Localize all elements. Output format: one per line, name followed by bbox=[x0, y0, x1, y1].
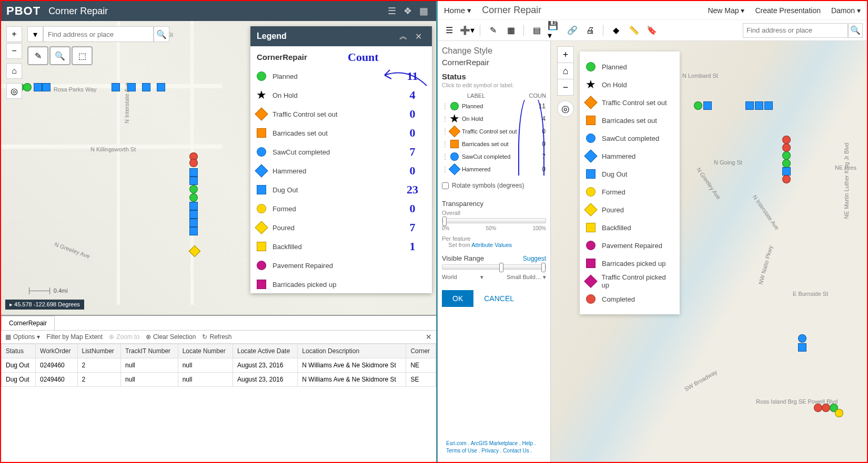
style-row[interactable]: ⋮ Traffic Control set out 0 bbox=[442, 125, 546, 138]
style-row[interactable]: ⋮ ★ On Hold 4 bbox=[442, 112, 546, 125]
zoom-in-button[interactable]: + bbox=[557, 46, 574, 63]
select-tool[interactable]: ⬚ bbox=[72, 46, 93, 65]
bookmarks-icon[interactable]: 🔖 bbox=[644, 23, 659, 38]
legend-item: Pavement Repaired bbox=[586, 236, 673, 254]
add-icon[interactable]: ➕▾ bbox=[460, 23, 475, 38]
attribute-table: CornerRepair ▦ Options ▾ Filter by Map E… bbox=[1, 315, 436, 462]
legend-item: Formed bbox=[586, 183, 673, 201]
print-icon[interactable]: 🖨 bbox=[583, 23, 598, 38]
table-row[interactable]: Dug Out02494602nullnullAugust 23, 2016N … bbox=[2, 373, 436, 387]
legend-item: Pavement Repaired bbox=[257, 256, 426, 275]
locate-button[interactable]: ◎ bbox=[6, 83, 22, 99]
legend-item: Barricades set out bbox=[586, 111, 673, 129]
column-header[interactable]: Corner bbox=[406, 344, 436, 358]
share-icon[interactable]: 🔗 bbox=[565, 23, 580, 38]
column-header[interactable]: ListNumber bbox=[77, 344, 121, 358]
table-row[interactable]: Dug Out02494602nullnullAugust 23, 2016N … bbox=[2, 358, 436, 373]
analysis-icon[interactable]: ▤ bbox=[529, 23, 544, 38]
filter-extent-button[interactable]: Filter by Map Extent bbox=[46, 333, 103, 341]
style-symbol-list[interactable]: ⋮ Planned 11 ⋮ ★ On Hold 4 ⋮ Traffic Con… bbox=[442, 100, 546, 176]
column-header[interactable]: Locate Active Date bbox=[233, 344, 298, 358]
directions-icon[interactable]: ◆ bbox=[609, 23, 623, 38]
edit-tool[interactable]: ✎ bbox=[27, 46, 48, 65]
suggest-link[interactable]: Suggest bbox=[523, 255, 546, 262]
drag-handle-icon[interactable]: ⋮ bbox=[442, 128, 447, 135]
transparency-slider[interactable] bbox=[442, 218, 546, 223]
drag-handle-icon[interactable]: ⋮ bbox=[442, 102, 447, 110]
search-button[interactable]: 🔍 bbox=[848, 23, 863, 38]
zoom-to-button[interactable]: ⊕ Zoom to bbox=[109, 333, 139, 341]
legend-item: Poured 7 bbox=[257, 218, 426, 237]
pbot-viewer: PBOT Corner Repair ☰ ❖ ▦ Rosa Parks Way … bbox=[1, 1, 438, 462]
close-icon[interactable]: ✕ bbox=[411, 29, 426, 44]
column-header[interactable]: Status bbox=[2, 344, 36, 358]
column-header[interactable]: TrackIT Number bbox=[121, 344, 178, 358]
legend-label: Pavement Repaired bbox=[272, 262, 333, 270]
search-button[interactable]: 🔍 bbox=[154, 26, 169, 42]
legend-label: Traffic Control set out bbox=[272, 110, 338, 118]
home-button[interactable]: ⌂ bbox=[557, 63, 574, 79]
zoom-out-button[interactable]: − bbox=[6, 43, 22, 59]
save-icon[interactable]: 💾▾ bbox=[547, 23, 562, 38]
zoom-out-button[interactable]: − bbox=[557, 79, 574, 96]
style-row[interactable]: ⋮ Planned 11 bbox=[442, 100, 546, 112]
drag-handle-icon[interactable]: ⋮ bbox=[442, 115, 447, 122]
style-row[interactable]: ⋮ Hammered 0 bbox=[442, 163, 546, 176]
cancel-button[interactable]: CANCEL bbox=[484, 294, 514, 303]
legend-item: Backfilled 1 bbox=[257, 237, 426, 256]
legend-item: Traffic Control picked up bbox=[586, 272, 673, 290]
footer-links[interactable]: Esri.com . ArcGIS Marketplace . Help . T… bbox=[442, 438, 546, 457]
style-row[interactable]: ⋮ SawCut completed 7 bbox=[442, 150, 546, 163]
column-header[interactable]: Locate Number bbox=[178, 344, 233, 358]
transparency-label: Transparency bbox=[442, 200, 546, 208]
style-attribute: Status bbox=[442, 72, 546, 81]
search-input[interactable] bbox=[743, 23, 848, 38]
refresh-button[interactable]: ↻ Refresh bbox=[202, 333, 231, 341]
panel-title: Change Style bbox=[442, 46, 546, 56]
options-menu[interactable]: ▦ Options ▾ bbox=[5, 333, 40, 341]
attribute-values-link[interactable]: Attribute Values bbox=[471, 242, 512, 248]
zoom-in-button[interactable]: + bbox=[6, 26, 22, 42]
legend-item: Dug Out bbox=[586, 165, 673, 183]
legend-icon[interactable]: ☰ bbox=[385, 4, 399, 18]
basemap-icon[interactable]: ▦ bbox=[416, 4, 431, 18]
legend-item: Barricades set out 0 bbox=[257, 124, 426, 142]
legend-label: Backfilled bbox=[272, 243, 302, 251]
visible-range-slider[interactable] bbox=[442, 264, 546, 270]
details-icon[interactable]: ☰ bbox=[442, 23, 457, 38]
coords-display: ▸ 45.578 -122.698 Degrees bbox=[5, 300, 84, 310]
home-button[interactable]: ⌂ bbox=[6, 63, 22, 79]
search-input[interactable] bbox=[43, 26, 154, 42]
layers-icon[interactable]: ❖ bbox=[400, 4, 415, 18]
collapse-icon[interactable]: ︽ bbox=[396, 29, 411, 44]
new-map-menu[interactable]: New Map ▾ bbox=[708, 6, 744, 15]
create-presentation-link[interactable]: Create Presentation bbox=[755, 6, 821, 15]
data-grid[interactable]: StatusWorkOrderListNumberTrackIT NumberL… bbox=[1, 344, 436, 387]
scale-bar: ├────┤ 0.4mi bbox=[27, 287, 68, 294]
column-header[interactable]: Location Description bbox=[298, 344, 406, 358]
user-menu[interactable]: Damon ▾ bbox=[831, 6, 861, 15]
close-icon[interactable]: ✕ bbox=[426, 333, 432, 341]
legend-item: Traffic Control set out bbox=[586, 94, 673, 111]
column-header[interactable]: WorkOrder bbox=[36, 344, 78, 358]
style-row[interactable]: ⋮ Barricades set out 0 bbox=[442, 138, 546, 150]
attr-tab[interactable]: CornerRepair bbox=[1, 316, 55, 330]
drag-handle-icon[interactable]: ⋮ bbox=[442, 153, 447, 160]
map-view-left[interactable]: Rosa Parks Way N Killingsworth St N Inte… bbox=[1, 21, 436, 315]
legend-item: Dug Out 23 bbox=[257, 180, 426, 199]
rotate-symbols-checkbox[interactable]: Rotate symbols (degrees) bbox=[442, 182, 546, 189]
clear-selection-button[interactable]: ⊗ Clear Selection bbox=[146, 333, 196, 341]
locate-button[interactable]: ◎ bbox=[557, 100, 574, 117]
search-source-dropdown[interactable]: ▾ bbox=[27, 26, 43, 42]
drag-handle-icon[interactable]: ⋮ bbox=[442, 166, 447, 173]
map-view-right[interactable]: N Lombard St N Willamette Blvd N Going S… bbox=[551, 41, 867, 462]
ok-button[interactable]: OK bbox=[442, 290, 473, 307]
basemap-icon[interactable]: ▦ bbox=[503, 23, 518, 38]
edit-icon[interactable]: ✎ bbox=[486, 23, 500, 38]
query-tool[interactable]: 🔍 bbox=[49, 46, 70, 65]
measure-icon[interactable]: 📏 bbox=[627, 23, 641, 38]
drag-handle-icon[interactable]: ⋮ bbox=[442, 140, 447, 148]
legend-item: Traffic Control set out 0 bbox=[257, 105, 426, 124]
arcgis-online: Home ▾ Corner Repair New Map ▾ Create Pr… bbox=[438, 1, 867, 462]
home-menu[interactable]: Home ▾ bbox=[444, 6, 471, 15]
